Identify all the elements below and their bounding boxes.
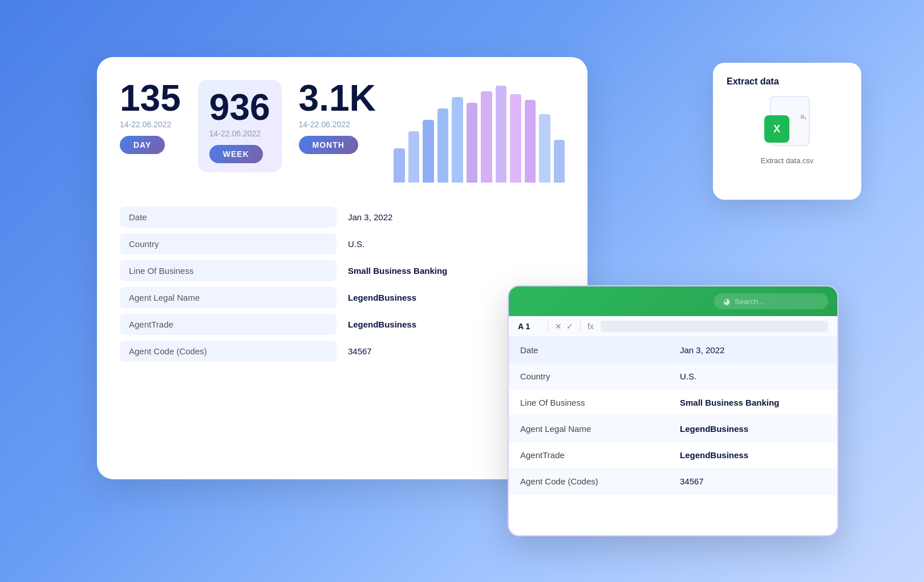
data-value-3: LegendBusiness	[348, 293, 416, 302]
bar-10	[539, 114, 550, 183]
stat-value-month: 3.1K	[299, 80, 376, 116]
ss-label-3: Agent Legal Name	[509, 416, 668, 442]
excel-icon: X	[764, 115, 789, 143]
formula-icons: ✕ ✓	[555, 322, 573, 331]
ss-value-5: 34567	[668, 468, 715, 494]
bar-9	[525, 100, 536, 183]
stat-btn-day[interactable]: DAY	[120, 136, 165, 154]
spreadsheet-header: ◕ Search...	[509, 286, 837, 316]
list-item: Agent Legal Name LegendBusiness	[509, 416, 837, 442]
bar-1	[408, 131, 420, 183]
ss-value-4: LegendBusiness	[668, 442, 760, 468]
spreadsheet-body: Date Jan 3, 2022 Country U.S. Line Of Bu…	[509, 337, 837, 495]
table-row: Country U.S.	[120, 233, 565, 254]
formula-bar: A 1 ✕ ✓ fx	[509, 316, 837, 337]
bar-11	[554, 140, 565, 183]
search-icon: ◕	[723, 297, 730, 306]
ss-value-3: LegendBusiness	[668, 416, 760, 442]
ss-label-5: Agent Code (Codes)	[509, 468, 668, 494]
stat-date-day: 14-22.06.2022	[120, 120, 171, 129]
table-row: Agent Code (Codes) 34567	[120, 341, 565, 362]
divider-2	[580, 321, 581, 332]
bar-6	[481, 91, 492, 183]
data-label-0: Date	[120, 207, 337, 228]
data-label-5: Agent Code (Codes)	[120, 341, 337, 362]
bar-chart	[394, 80, 565, 194]
ss-label-1: Country	[509, 363, 668, 389]
check-icon: ✓	[566, 322, 573, 331]
bar-0	[394, 148, 405, 183]
extract-data-card: Extract data X a, Extract data.csv	[713, 63, 861, 200]
formula-input[interactable]	[601, 321, 828, 332]
search-placeholder: Search...	[735, 297, 764, 306]
bar-5	[467, 103, 478, 183]
bar-8	[510, 94, 521, 183]
ss-label-0: Date	[509, 337, 668, 363]
stat-date-week: 14-22.06.2022	[209, 129, 261, 138]
data-value-4: LegendBusiness	[348, 320, 416, 329]
list-item: Line Of Business Small Business Banking	[509, 390, 837, 416]
extract-card-title: Extract data	[727, 76, 779, 87]
bar-2	[423, 120, 434, 183]
ss-label-2: Line Of Business	[509, 390, 668, 415]
data-value-5: 34567	[348, 346, 372, 356]
stat-btn-week[interactable]: WEEK	[209, 145, 263, 163]
file-icon: X a,	[764, 96, 810, 147]
stat-item-month: 3.1K 14-22.06.2022 MONTH	[299, 80, 376, 154]
list-item: AgentTrade LegendBusiness	[509, 442, 837, 468]
divider-1	[548, 321, 548, 332]
csv-label: a,	[800, 112, 807, 120]
bar-7	[496, 86, 507, 183]
table-row: Agent Legal Name LegendBusiness	[120, 287, 565, 308]
data-label-1: Country	[120, 233, 337, 254]
data-value-0: Jan 3, 2022	[348, 212, 392, 222]
table-row: AgentTrade LegendBusiness	[120, 314, 565, 335]
extract-filename: Extract data.csv	[761, 156, 813, 165]
ss-value-1: U.S.	[668, 363, 708, 389]
stat-value-week: 936	[209, 89, 270, 126]
data-value-2: Small Business Banking	[348, 266, 447, 276]
stat-date-month: 14-22.06.2022	[299, 120, 350, 129]
spreadsheet-search[interactable]: ◕ Search...	[714, 293, 828, 309]
data-value-1: U.S.	[348, 239, 364, 249]
stat-item-day: 135 14-22.06.2022 DAY	[120, 80, 181, 154]
ss-value-0: Jan 3, 2022	[668, 337, 736, 363]
bar-3	[437, 108, 449, 183]
stat-btn-month[interactable]: MONTH	[299, 136, 358, 154]
stat-item-week: 936 14-22.06.2022 WEEK	[198, 80, 282, 172]
close-icon: ✕	[555, 322, 562, 331]
fx-label: fx	[587, 322, 594, 331]
table-row: Line Of Business Small Business Banking	[120, 260, 565, 281]
bar-4	[452, 97, 463, 183]
list-item: Agent Code (Codes) 34567	[509, 468, 837, 495]
list-item: Date Jan 3, 2022	[509, 337, 837, 363]
ss-label-4: AgentTrade	[509, 442, 668, 468]
ss-value-2: Small Business Banking	[668, 390, 791, 415]
list-item: Country U.S.	[509, 363, 837, 390]
spreadsheet-card: ◕ Search... A 1 ✕ ✓ fx Date Jan 3, 2022 …	[508, 285, 838, 536]
data-label-4: AgentTrade	[120, 314, 337, 335]
data-label-2: Line Of Business	[120, 260, 337, 281]
table-row: Date Jan 3, 2022	[120, 207, 565, 228]
cell-reference: A 1	[518, 322, 541, 331]
data-label-3: Agent Legal Name	[120, 287, 337, 308]
stat-value-day: 135	[120, 80, 181, 116]
